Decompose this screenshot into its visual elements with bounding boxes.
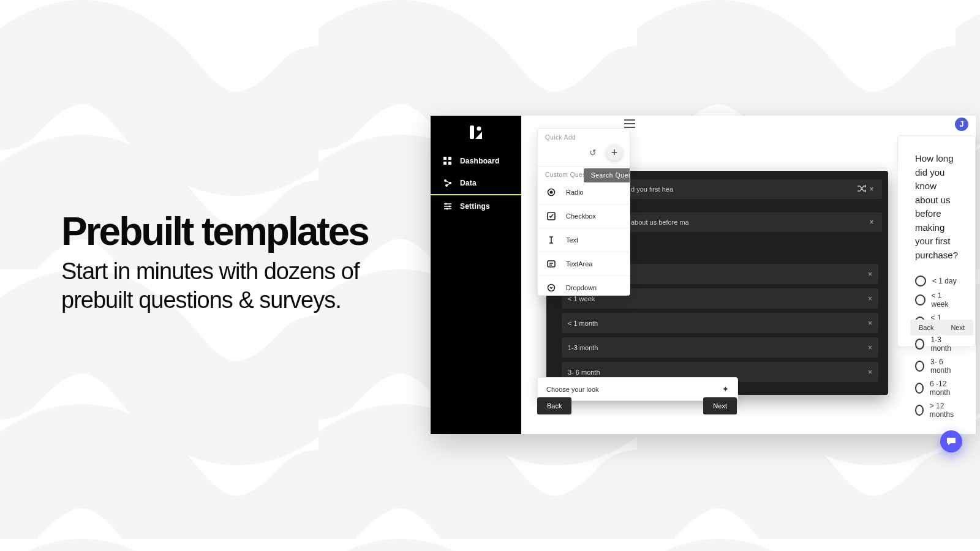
svg-point-12 (446, 208, 448, 209)
remove-icon[interactable]: × (868, 270, 872, 279)
builder-next-button[interactable]: Next (703, 397, 737, 414)
svg-rect-1 (470, 126, 474, 139)
option-pill[interactable]: < 1 month× (562, 313, 878, 333)
app-logo (431, 121, 521, 150)
svg-rect-3 (443, 157, 447, 160)
remove-icon[interactable]: × (868, 294, 872, 303)
svg-rect-16 (548, 261, 555, 267)
type-dropdown[interactable]: Dropdown (538, 276, 630, 295)
type-checkbox[interactable]: Checkbox (538, 204, 630, 228)
preview-options: < 1 day < 1 week < 1 month 1-3 month 3- … (915, 273, 958, 421)
radio-option[interactable]: < 1 day (915, 273, 958, 289)
svg-rect-4 (448, 157, 451, 160)
text-icon (546, 235, 556, 245)
radio-option[interactable]: 3- 6 month (915, 355, 958, 377)
builder-footer: Back Next (537, 397, 737, 414)
radio-circle-icon (915, 383, 924, 394)
support-chat-button[interactable] (940, 430, 962, 452)
svg-point-10 (445, 203, 447, 204)
remove-icon[interactable]: × (866, 218, 877, 227)
data-icon (443, 178, 453, 188)
preview-next-button[interactable]: Next (942, 320, 973, 335)
survey-preview: How long did you know about us before ma… (897, 135, 976, 347)
checkbox-icon (546, 211, 556, 221)
add-button[interactable]: + (606, 144, 622, 160)
marketing-copy: Prebuilt templates Start in minutes with… (61, 211, 368, 314)
subhead: Start in minutes with dozens of prebuilt… (61, 257, 368, 314)
user-avatar[interactable]: J (955, 118, 968, 131)
preview-footer: Back Next (910, 320, 963, 335)
radio-option[interactable]: > 12 months (915, 399, 958, 421)
nav-label: Data (460, 179, 477, 187)
radio-option[interactable]: < 1 week (915, 289, 958, 311)
svg-point-14 (549, 191, 552, 194)
hamburger-icon[interactable] (624, 119, 635, 128)
sparkle-icon: ✦ (722, 384, 729, 394)
nav-label: Dashboard (460, 157, 499, 165)
nav-data[interactable]: Data (431, 172, 521, 195)
dashboard-icon (443, 156, 453, 166)
headline: Prebuilt templates (61, 211, 368, 252)
undo-icon[interactable]: ↺ (589, 148, 597, 157)
search-library-pill[interactable]: Search Question Library (584, 168, 630, 182)
remove-icon[interactable]: × (868, 343, 872, 352)
radio-option[interactable]: 1-3 month (915, 333, 958, 355)
type-radio[interactable]: Radio (538, 181, 630, 204)
app-frame: Dashboard Data Settings J d you first he (431, 116, 976, 434)
svg-point-11 (448, 205, 450, 207)
nav-settings[interactable]: Settings (431, 195, 521, 217)
custom-questions-label: Custom Questions Search Question Library (538, 167, 630, 181)
popover-toolbar: ↺ + (538, 144, 630, 167)
dropdown-icon (546, 283, 556, 293)
builder-column: d you first hea × about us before ma × <… (537, 128, 744, 434)
svg-rect-5 (443, 162, 447, 165)
radio-circle-icon (915, 276, 926, 287)
textarea-icon (546, 259, 556, 269)
preview-question: How long did you know about us before ma… (915, 152, 958, 262)
type-textarea[interactable]: TextArea (538, 252, 630, 276)
nav-dashboard[interactable]: Dashboard (431, 150, 521, 172)
nav-label: Settings (460, 202, 490, 211)
preview-back-button[interactable]: Back (910, 320, 942, 335)
remove-icon[interactable]: × (866, 185, 877, 193)
sidebar: Dashboard Data Settings (431, 116, 521, 434)
shuffle-icon[interactable] (858, 185, 866, 194)
builder-back-button[interactable]: Back (537, 397, 571, 414)
option-pill[interactable]: 1-3 month× (562, 337, 878, 358)
svg-point-2 (477, 127, 481, 131)
radio-circle-icon (915, 361, 924, 372)
quick-add-label: Quick Add (538, 129, 630, 144)
radio-icon (546, 187, 556, 197)
content-area: J d you first hea × about us before ma ×… (521, 116, 976, 434)
svg-rect-6 (448, 162, 451, 165)
type-text[interactable]: Text (538, 228, 630, 252)
radio-option[interactable]: 6 -12 month (915, 377, 958, 399)
radio-circle-icon (915, 294, 925, 305)
settings-icon (443, 201, 453, 211)
radio-circle-icon (915, 339, 925, 350)
remove-icon[interactable]: × (868, 319, 872, 328)
type-popover: Quick Add ↺ + Custom Questions Search Qu… (537, 128, 630, 296)
radio-circle-icon (915, 405, 924, 416)
remove-icon[interactable]: × (868, 368, 872, 377)
